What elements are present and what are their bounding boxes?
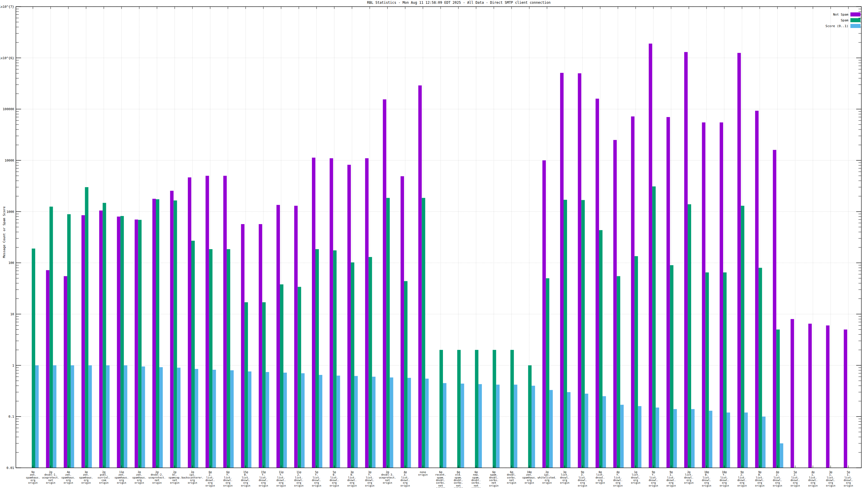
y-tick-label: 1 bbox=[12, 364, 14, 367]
bar-score bbox=[709, 411, 712, 468]
bar-spam bbox=[191, 241, 195, 468]
x-tick-label: 3@list.dnswl.orgorigin bbox=[560, 471, 569, 484]
bar-score bbox=[195, 369, 198, 468]
x-tick-label: 6@recent.spam.dnsbl.sorbs.netorigin bbox=[435, 471, 446, 488]
bar-spam bbox=[758, 268, 762, 468]
bar-score bbox=[762, 417, 766, 468]
bar-spam bbox=[564, 200, 567, 468]
bar-score bbox=[159, 367, 163, 468]
bar-score bbox=[514, 385, 517, 468]
bar-notspam bbox=[206, 176, 209, 468]
bar-spam bbox=[262, 302, 266, 468]
bar-spam bbox=[741, 206, 744, 468]
bar-notspam bbox=[720, 122, 723, 468]
bar-score bbox=[372, 377, 375, 468]
x-tick-label: 3@1.list.dnswl.orgorigin bbox=[826, 471, 835, 487]
bar-notspam bbox=[737, 53, 741, 468]
x-tick-label: 6@spam.dnsbl.sorbs.netorigin bbox=[489, 471, 499, 487]
bar-spam bbox=[493, 350, 496, 468]
bar-spam bbox=[244, 302, 248, 468]
bar-spam bbox=[670, 265, 674, 468]
bar-notspam bbox=[223, 176, 227, 468]
bar-spam bbox=[156, 199, 159, 468]
bar-notspam bbox=[46, 270, 49, 468]
bar-spam bbox=[706, 272, 709, 468]
x-tick-label: 6@old.spam.dnsbl.sorbs.netorigin bbox=[454, 471, 463, 488]
x-tick-label: 0@list.dnswl.orgorigin bbox=[596, 471, 605, 484]
bar-score bbox=[461, 384, 464, 468]
x-tick-label: 11@zen.spamhaus.orgorigin bbox=[115, 471, 129, 484]
bar-notspam bbox=[383, 99, 386, 468]
bar-notspam bbox=[649, 43, 652, 468]
bar-score bbox=[531, 386, 535, 468]
x-tick-label: 1@list.dnswl.orgorigin bbox=[631, 471, 641, 484]
bar-notspam bbox=[755, 111, 758, 468]
x-tick-label: 6@Y.list.dnswl.orgorigin bbox=[223, 471, 233, 487]
x-tick-label: 15@Y.list.dnswl.orgorigin bbox=[258, 471, 268, 487]
x-tick-label: 2@ips.whitelisted.orgorigin bbox=[537, 471, 556, 484]
bar-notspam bbox=[64, 276, 67, 468]
bar-score bbox=[212, 370, 216, 468]
bar-spam bbox=[652, 186, 656, 468]
bar-notspam bbox=[666, 117, 670, 468]
bar-score bbox=[425, 379, 429, 468]
x-tick-label: noneorigin bbox=[418, 471, 428, 476]
legend-swatch-score bbox=[850, 24, 861, 28]
x-tick-label: 9@3.list.dnswl.orgorigin bbox=[578, 471, 587, 487]
x-tick-label: 9@1.list.dnswl.orgorigin bbox=[666, 471, 676, 487]
x-tick-label: 2@dnsbl-3.uceprotect.netorigin bbox=[379, 471, 396, 484]
bar-spam bbox=[351, 262, 354, 468]
x-tick-label: 10@0.list.dnswl.orgorigin bbox=[702, 471, 711, 487]
bar-spam bbox=[617, 276, 620, 468]
x-tick-label: 4@3.list.dnswl.orgorigin bbox=[401, 471, 410, 487]
bar-notspam bbox=[631, 117, 634, 468]
x-tick-label: 9@2.list.dnswl.orgorigin bbox=[737, 471, 747, 487]
bar-spam bbox=[280, 284, 283, 468]
bar-score bbox=[620, 405, 624, 468]
bar-score bbox=[656, 408, 659, 468]
x-tick-label: 4@zen.spamhaus.orgorigin bbox=[61, 471, 75, 484]
bar-score bbox=[407, 378, 411, 468]
bar-notspam bbox=[330, 158, 333, 468]
bar-spam bbox=[546, 278, 550, 468]
bar-score bbox=[230, 370, 234, 468]
bar-score bbox=[177, 368, 180, 468]
bar-spam bbox=[634, 256, 638, 468]
bar-score bbox=[319, 375, 322, 468]
bar-spam bbox=[120, 216, 124, 468]
x-tick-label: 11@2.list.dnswl.orgorigin bbox=[294, 471, 304, 487]
bar-notspam bbox=[560, 73, 564, 468]
y-tick-label: 10000 bbox=[5, 159, 14, 162]
bar-notspam bbox=[241, 224, 244, 468]
bar-score bbox=[354, 376, 358, 468]
bar-spam bbox=[475, 350, 478, 468]
bar-score bbox=[283, 372, 287, 468]
bar-notspam bbox=[170, 191, 174, 468]
x-tick-label: 9@0.list.dnswl.orgorigin bbox=[755, 471, 765, 487]
bar-spam bbox=[776, 329, 780, 468]
x-tick-label: 2@bl.spamcop.netorigin bbox=[168, 471, 181, 484]
bar-score bbox=[88, 365, 92, 468]
bar-score bbox=[443, 383, 446, 468]
y-tick-label: 0.01 bbox=[7, 466, 14, 470]
bar-score bbox=[550, 390, 553, 468]
x-tick-label: 15@0.list.dnswl.orgorigin bbox=[241, 471, 250, 487]
bar-score bbox=[638, 406, 642, 468]
x-tick-label: 5@1.list.dnswl.orgorigin bbox=[844, 471, 853, 487]
x-tick-label: 2@psbl.surriel.comorigin bbox=[97, 471, 110, 484]
bar-score bbox=[496, 385, 499, 468]
bar-notspam bbox=[684, 52, 688, 468]
x-tick-label: 3@0.list.dnswl.orgorigin bbox=[347, 471, 357, 487]
bar-spam bbox=[528, 365, 531, 468]
x-tick-label: 4@1.list.dnswl.orgorigin bbox=[808, 471, 818, 487]
x-tick-label: 2@dnsbl-1.uceprotect.netorigin bbox=[42, 471, 59, 484]
rbl-statistics-chart: RBL Statistics - Mon Aug 11 12:58:09 EDT… bbox=[0, 0, 868, 488]
bar-notspam bbox=[276, 205, 280, 468]
bar-score bbox=[674, 409, 677, 468]
bar-spam bbox=[85, 187, 88, 468]
bar-notspam bbox=[773, 150, 776, 468]
bar-score bbox=[106, 365, 110, 468]
bar-notspam bbox=[418, 85, 422, 468]
bar-notspam bbox=[808, 324, 812, 468]
bar-spam bbox=[227, 249, 230, 468]
